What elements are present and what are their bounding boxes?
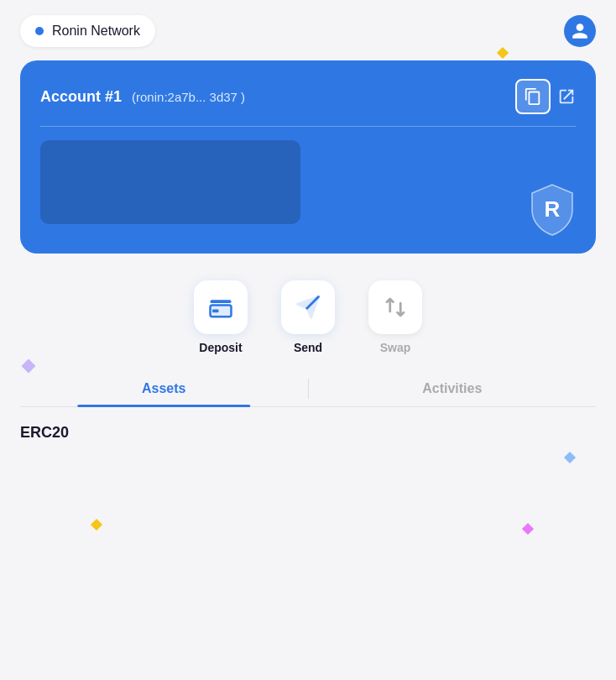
deposit-button[interactable]: Deposit	[194, 280, 248, 354]
svg-rect-5	[212, 310, 219, 313]
send-label: Send	[294, 341, 322, 354]
account-name: Account #1	[40, 88, 122, 106]
swap-icon-wrap	[368, 280, 422, 334]
svg-text:R: R	[545, 196, 561, 222]
card-actions	[515, 79, 576, 114]
svg-rect-2	[211, 300, 232, 303]
send-icon	[295, 295, 321, 320]
balance-placeholder	[40, 140, 300, 224]
erc20-section-title: ERC20	[0, 407, 616, 442]
card-divider	[40, 126, 576, 127]
swap-icon	[383, 295, 408, 320]
deposit-icon-wrap	[194, 280, 248, 334]
profile-avatar[interactable]	[564, 15, 596, 47]
account-address: (ronin:2a7b... 3d37 )	[132, 90, 245, 104]
copy-address-button[interactable]	[515, 79, 551, 114]
card-header: Account #1 (ronin:2a7b... 3d37 )	[40, 79, 576, 114]
decorative-dot-blue-right	[564, 452, 576, 463]
network-label: Ronin Network	[52, 24, 140, 39]
user-icon	[571, 22, 589, 40]
decorative-dot-yellow-mid	[91, 519, 102, 531]
account-card: Account #1 (ronin:2a7b... 3d37 ) R	[20, 60, 596, 254]
open-explorer-button[interactable]	[557, 87, 576, 106]
tabs-row: Assets Activities	[20, 371, 596, 407]
ronin-shield-logo: R	[529, 183, 576, 237]
external-link-icon	[557, 87, 576, 106]
send-button[interactable]: Send	[281, 280, 335, 354]
actions-row: Deposit Send Swap	[0, 280, 616, 354]
tab-assets[interactable]: Assets	[20, 371, 308, 406]
decorative-dot-pink-right	[522, 523, 534, 535]
deposit-label: Deposit	[199, 341, 242, 354]
tab-activities[interactable]: Activities	[309, 371, 597, 406]
header: Ronin Network	[0, 0, 616, 55]
network-status-dot	[35, 27, 44, 35]
network-selector[interactable]: Ronin Network	[20, 15, 155, 47]
send-icon-wrap	[281, 280, 335, 334]
swap-label: Swap	[380, 341, 411, 354]
deposit-icon	[208, 295, 233, 320]
swap-button[interactable]: Swap	[368, 280, 422, 354]
copy-icon	[524, 87, 542, 106]
